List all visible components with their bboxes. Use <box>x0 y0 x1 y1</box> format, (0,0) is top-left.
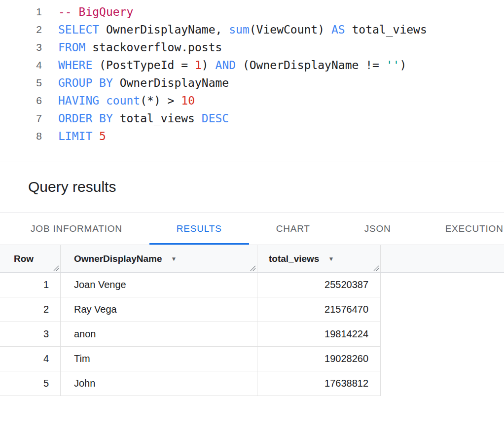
code-line: 3FROM stackoverflow.posts <box>0 38 504 56</box>
column-dropdown-icon[interactable]: ▼ <box>171 255 177 262</box>
code-token-kw: WHERE <box>58 59 92 72</box>
code-token-def <box>92 130 99 143</box>
code-token-kw: FROM <box>58 41 85 54</box>
code-text: WHERE (PostTypeId = 1) AND (OwnerDisplay… <box>42 56 406 74</box>
cell-total-views: 19814224 <box>257 322 381 346</box>
sql-editor[interactable]: 1-- BigQuery2SELECT OwnerDisplayName, su… <box>0 0 504 161</box>
results-tabbar: JOB INFORMATIONRESULTSCHARTJSONEXECUTION… <box>0 213 504 245</box>
tab-chart[interactable]: CHART <box>249 213 337 245</box>
column-label: OwnerDisplayName <box>74 253 162 264</box>
code-line: 7ORDER BY total_views DESC <box>0 109 504 127</box>
column-dropdown-icon[interactable]: ▼ <box>328 255 334 262</box>
table-row: 1Joan Venge25520387 <box>0 273 381 297</box>
cell-total-views: 17638812 <box>257 371 381 396</box>
table-body: 1Joan Venge255203872Ray Vega215764703ano… <box>0 273 504 396</box>
code-line: 1-- BigQuery <box>0 3 504 21</box>
code-token-kw: GROUP BY <box>58 76 113 89</box>
code-text: SELECT OwnerDisplayName, sum(ViewCount) … <box>42 21 427 38</box>
line-number: 5 <box>0 74 42 92</box>
cell-total-views: 21576470 <box>257 297 381 322</box>
cell-row-number: 4 <box>0 347 61 371</box>
line-number: 4 <box>0 56 42 74</box>
table-row: 2Ray Vega21576470 <box>0 297 381 322</box>
cell-owner-display-name: anon <box>61 322 257 346</box>
code-text: HAVING count(*) > 10 <box>42 92 195 109</box>
code-token-def: stackoverflow.posts <box>85 41 222 54</box>
line-number: 1 <box>0 3 42 21</box>
column-resize-handle-icon[interactable] <box>250 265 256 271</box>
cell-row-number: 3 <box>0 322 61 346</box>
code-token-def: total_views <box>113 112 202 125</box>
cell-owner-display-name: Tim <box>61 347 257 371</box>
table-row: 3anon19814224 <box>0 322 381 347</box>
code-token-def: OwnerDisplayName <box>113 76 229 89</box>
line-number: 3 <box>0 38 42 56</box>
code-token-kw: count <box>106 94 140 107</box>
code-token-def: ) <box>399 59 406 72</box>
code-text: FROM stackoverflow.posts <box>42 38 222 56</box>
line-number: 8 <box>0 127 42 145</box>
line-number: 6 <box>0 92 42 109</box>
code-line: 2SELECT OwnerDisplayName, sum(ViewCount)… <box>0 21 504 38</box>
code-token-kw: LIMIT <box>58 130 92 143</box>
line-number: 7 <box>0 109 42 127</box>
code-token-def: (ViewCount) <box>250 23 331 36</box>
line-number: 2 <box>0 21 42 38</box>
code-token-def <box>99 94 106 107</box>
cell-row-number: 5 <box>0 371 61 396</box>
code-token-kw: AS <box>331 23 345 36</box>
cell-owner-display-name: Ray Vega <box>61 297 257 322</box>
column-label: total_views <box>269 253 319 264</box>
table-row: 5John17638812 <box>0 371 381 396</box>
code-token-def: (PostTypeId = <box>92 59 195 72</box>
code-line: 4WHERE (PostTypeId = 1) AND (OwnerDispla… <box>0 56 504 74</box>
code-token-def: (OwnerDisplayName != <box>236 59 386 72</box>
tab-execution-details[interactable]: EXECUTION DETAILS <box>418 213 504 245</box>
results-table: RowOwnerDisplayName▼total_views▼ 1Joan V… <box>0 245 504 396</box>
code-token-num: 10 <box>181 94 195 107</box>
cell-total-views: 19028260 <box>257 347 381 371</box>
column-header-row[interactable]: Row <box>0 245 61 272</box>
cell-row-number: 1 <box>0 273 61 297</box>
code-token-def: ) <box>202 59 216 72</box>
query-results-header: Query results <box>0 161 504 213</box>
column-header-ownerdisplayname[interactable]: OwnerDisplayName▼ <box>61 245 257 272</box>
query-results-title: Query results <box>28 179 116 195</box>
header-filler <box>381 245 504 272</box>
code-token-kw: HAVING <box>58 94 99 107</box>
cell-total-views: 25520387 <box>257 273 381 297</box>
code-line: 8LIMIT 5 <box>0 127 504 145</box>
column-header-total-views[interactable]: total_views▼ <box>257 245 381 272</box>
table-row: 4Tim19028260 <box>0 347 381 371</box>
tab-job-information[interactable]: JOB INFORMATION <box>3 213 149 245</box>
code-token-kw: sum <box>229 23 250 36</box>
code-line: 6HAVING count(*) > 10 <box>0 92 504 109</box>
code-token-kw: SELECT <box>58 23 99 36</box>
cell-owner-display-name: John <box>61 371 257 396</box>
table-header-row: RowOwnerDisplayName▼total_views▼ <box>0 245 504 273</box>
code-token-num: 1 <box>195 59 202 72</box>
code-lines: 1-- BigQuery2SELECT OwnerDisplayName, su… <box>0 3 504 145</box>
code-token-kw: AND <box>216 59 236 72</box>
code-text: LIMIT 5 <box>42 127 106 145</box>
code-token-def: OwnerDisplayName, <box>99 23 229 36</box>
column-resize-handle-icon[interactable] <box>53 265 59 271</box>
code-token-kw: ORDER BY <box>58 112 113 125</box>
cell-row-number: 2 <box>0 297 61 322</box>
code-token-str: '' <box>386 59 400 72</box>
code-text: ORDER BY total_views DESC <box>42 109 229 127</box>
column-label: Row <box>14 253 34 264</box>
column-resize-handle-icon[interactable] <box>373 265 379 271</box>
code-token-num: 5 <box>99 130 106 143</box>
code-token-kw: DESC <box>202 112 229 125</box>
tab-results[interactable]: RESULTS <box>149 213 249 245</box>
code-token-def: (*) > <box>140 94 181 107</box>
code-token-comment: -- BigQuery <box>58 5 133 18</box>
cell-owner-display-name: Joan Venge <box>61 273 257 297</box>
code-token-def: total_views <box>345 23 427 36</box>
code-text: GROUP BY OwnerDisplayName <box>42 74 229 92</box>
tab-json[interactable]: JSON <box>337 213 418 245</box>
code-text: -- BigQuery <box>42 3 133 21</box>
code-line: 5GROUP BY OwnerDisplayName <box>0 74 504 92</box>
